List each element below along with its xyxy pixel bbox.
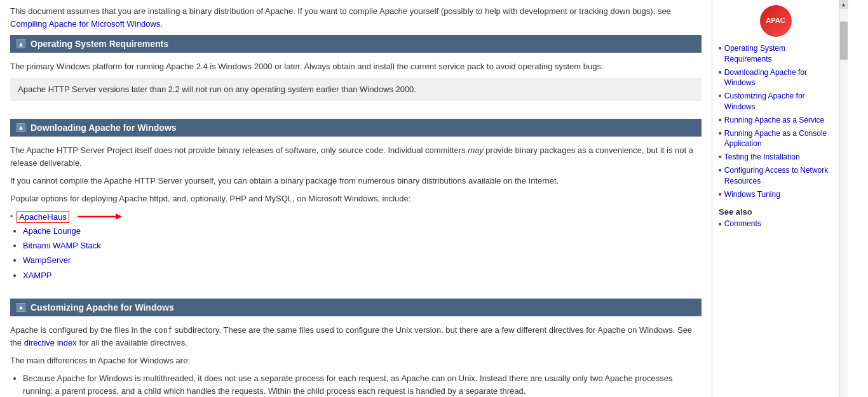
arrow-container (74, 210, 125, 223)
section-body-downloading: The Apache HTTP Server Project itself do… (10, 142, 702, 291)
compiling-link[interactable]: Compiling Apache for Microsoft Windows (10, 19, 160, 29)
os-note-text: Apache HTTP Server versions later than 2… (18, 84, 416, 94)
sidebar-nav: Operating System Requirements Downloadin… (719, 43, 832, 199)
see-also-title: See also (719, 207, 832, 217)
customizing-bullets: Because Apache for Windows is multithrea… (10, 372, 702, 397)
section-title-downloading: Downloading Apache for Windows (31, 123, 177, 133)
apachehaus-link[interactable]: ApacheHaus (17, 211, 69, 223)
sidebar-logo: APAC (719, 5, 832, 37)
scrollbar: ▲ ▼ (839, 0, 848, 397)
section-customizing: ▲ Customizing Apache for Windows Apache … (10, 299, 702, 397)
customizing-para1-start: Apache is configured by the files in the (10, 325, 154, 335)
bitnami-link[interactable]: Bitnami WAMP Stack (23, 241, 101, 250)
sidebar-item-downloading: Downloading Apache for Windows (719, 67, 832, 89)
list-item-bitnami: Bitnami WAMP Stack (23, 239, 702, 252)
section-body-os: The primary Windows platform for running… (10, 58, 702, 111)
sidebar-item-access: Configuring Access to Network Resources (719, 165, 832, 187)
main-content: This document assumes that you are insta… (0, 0, 712, 397)
list-item-wampserver: WampServer (23, 254, 702, 267)
section-title-os: Operating System Requirements (31, 39, 168, 49)
section-header-downloading: ▲ Downloading Apache for Windows (10, 119, 702, 137)
list-item-xampp: XAMPP (23, 269, 702, 282)
wampserver-link[interactable]: WampServer (23, 255, 71, 265)
sidebar-link-access[interactable]: Configuring Access to Network Resources (724, 165, 832, 187)
section-title-customizing: Customizing Apache for Windows (31, 302, 174, 313)
see-also-link-comments[interactable]: Comments (724, 219, 761, 228)
see-also-item-comments: Comments (719, 219, 832, 228)
customizing-code: conf (154, 326, 172, 335)
sidebar-item-customizing: Customizing Apache for Windows (719, 91, 832, 112)
customizing-para1: Apache is configured by the files in the… (10, 324, 702, 349)
customizing-bullet-1: Because Apache for Windows is multithrea… (23, 372, 702, 397)
red-arrow-icon (74, 210, 125, 223)
sidebar: APAC Operating System Requirements Downl… (712, 0, 839, 397)
intro-text-1: This document assumes that you are insta… (10, 6, 671, 16)
downloading-para1: The Apache HTTP Server Project itself do… (10, 144, 702, 170)
sidebar-link-customizing[interactable]: Customizing Apache for Windows (724, 91, 832, 112)
section-toggle-customizing[interactable]: ▲ (17, 303, 25, 312)
os-body-para: The primary Windows platform for running… (10, 60, 702, 73)
sidebar-link-console[interactable]: Running Apache as a Console Application (724, 128, 832, 150)
scrollbar-up-button[interactable]: ▲ (839, 0, 848, 9)
sidebar-item-console: Running Apache as a Console Application (719, 128, 832, 150)
sidebar-link-service[interactable]: Running Apache as a Service (724, 115, 824, 126)
sidebar-link-testing[interactable]: Testing the Installation (724, 152, 800, 163)
apache-logo: APAC (760, 5, 792, 37)
apache-lounge-link[interactable]: Apache Lounge (23, 226, 81, 236)
section-toggle-downloading[interactable]: ▲ (17, 123, 25, 132)
downloading-para3: Popular options for deploying Apache htt… (10, 192, 702, 205)
section-os-requirements: ▲ Operating System Requirements The prim… (10, 35, 702, 111)
section-body-customizing: Apache is configured by the files in the… (10, 321, 702, 397)
sidebar-link-tuning[interactable]: Windows Tuning (724, 189, 780, 200)
downloading-list: Apache Lounge Bitnami WAMP Stack WampSer… (10, 225, 702, 282)
os-note-box: Apache HTTP Server versions later than 2… (10, 78, 702, 101)
downloading-para2: If you cannot compile the Apache HTTP Se… (10, 175, 702, 187)
xampp-link[interactable]: XAMPP (23, 271, 52, 280)
customizing-para1-end: for all the available directives. (77, 338, 187, 347)
see-also-nav: Comments (719, 219, 832, 228)
sidebar-link-downloading[interactable]: Downloading Apache for Windows (724, 67, 832, 89)
sidebar-item-os: Operating System Requirements (719, 43, 832, 65)
section-header-customizing: ▲ Customizing Apache for Windows (10, 299, 702, 316)
bullet-apachehaus: • (10, 212, 13, 221)
logo-text: APAC (766, 17, 785, 25)
sidebar-item-tuning: Windows Tuning (719, 189, 832, 200)
intro-text-2: . (160, 19, 163, 29)
apachehaus-row: • ApacheHaus (10, 210, 702, 223)
list-item-apache-lounge: Apache Lounge (23, 225, 702, 238)
scrollbar-track (839, 9, 848, 397)
scrollbar-thumb[interactable] (840, 22, 848, 60)
section-downloading: ▲ Downloading Apache for Windows The Apa… (10, 119, 702, 291)
sidebar-item-testing: Testing the Installation (719, 152, 832, 163)
sidebar-link-os[interactable]: Operating System Requirements (724, 43, 832, 65)
see-also-section: See also Comments (719, 207, 832, 228)
section-header-os: ▲ Operating System Requirements (10, 35, 702, 53)
intro-paragraph: This document assumes that you are insta… (10, 5, 702, 30)
customizing-para2: The main differences in Apache for Windo… (10, 354, 702, 367)
section-toggle-os[interactable]: ▲ (17, 39, 25, 48)
downloading-para1-text: The Apache HTTP Server Project itself do… (10, 145, 468, 155)
svg-marker-1 (116, 213, 122, 220)
downloading-para1-em: may (468, 145, 484, 155)
sidebar-item-service: Running Apache as a Service (719, 115, 832, 126)
directive-index-link[interactable]: directive index (24, 338, 77, 347)
